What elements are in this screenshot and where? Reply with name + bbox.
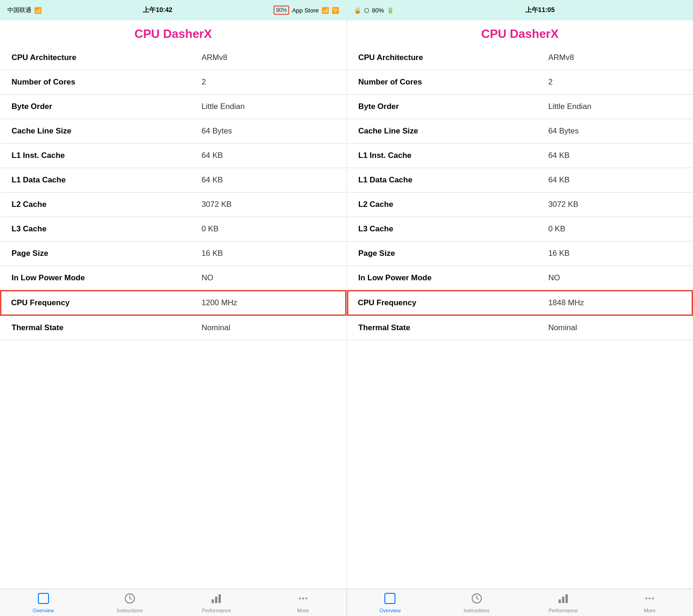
wifi-icon-2: 🛜 [332,7,339,14]
svg-point-5 [302,598,304,599]
tab-performance-right[interactable]: Performance [520,589,606,616]
table-row: Number of Cores2 [0,70,346,95]
row-value: 16 KB [537,242,693,266]
row-label: CPU Frequency [0,290,190,315]
row-label: Cache Line Size [0,119,190,144]
table-row: Byte OrderLittle Endian [347,95,693,119]
row-label: L3 Cache [347,217,537,242]
row-value: 0 KB [537,217,693,242]
tab-more-left[interactable]: More [260,589,346,616]
tab-label: Overview [33,608,54,613]
row-label: Thermal State [347,315,537,340]
info-table-right: CPU ArchitectureARMv8Number of Cores2Byt… [347,46,693,340]
row-value: 64 KB [190,144,346,168]
table-row: In Low Power ModeNO [0,266,346,291]
table-row: Byte OrderLittle Endian [0,95,346,119]
table-row: L1 Inst. Cache64 KB [347,144,693,168]
row-label: L1 Data Cache [0,168,190,193]
status-right-info: 90% App Store 📶 🛜 [274,6,339,15]
row-label: Page Size [0,242,190,266]
status-bar-right-device: 🔒 ⬡ 80% 🔋 上午11:05 [346,0,693,20]
tab-label: Overview [379,608,401,613]
row-value: 16 KB [190,242,346,266]
left-panel: CPU DasherX CPU ArchitectureARMv8Number … [0,20,347,589]
svg-point-11 [645,598,647,599]
tab-more-right[interactable]: More [607,589,693,616]
status-bars: 中国联通 📶 上午10:42 90% App Store 📶 🛜 🔒 ⬡ 80%… [0,0,693,20]
tab-instructions-right[interactable]: Instructions [433,589,520,616]
bars-icon [558,593,569,606]
row-label: Number of Cores [347,70,537,95]
phone-icon [38,593,49,606]
svg-rect-9 [562,597,564,603]
row-value: 2 [537,70,693,95]
table-row: L1 Inst. Cache64 KB [0,144,346,168]
time-right: 上午11:05 [525,6,555,14]
row-label: Byte Order [347,95,537,119]
lock-icon: 🔒 [354,7,361,14]
wifi-icon: 📶 [34,7,42,14]
table-row: CPU ArchitectureARMv8 [0,46,346,70]
svg-rect-3 [219,594,221,603]
row-label: CPU Architecture [0,46,190,70]
row-label: Byte Order [0,95,190,119]
tab-overview-right[interactable]: Overview [347,589,433,616]
clock-icon [124,593,135,606]
main-content: CPU DasherX CPU ArchitectureARMv8Number … [0,20,693,589]
table-row: In Low Power ModeNO [347,266,693,291]
row-label: CPU Architecture [347,46,537,70]
row-value: 1848 MHz [537,290,693,315]
table-row: Cache Line Size64 Bytes [347,119,693,144]
bluetooth-icon: ⬡ [364,7,369,14]
table-row: Page Size16 KB [0,242,346,266]
time-left: 上午10:42 [143,6,172,14]
row-value: 0 KB [190,217,346,242]
row-value: 64 KB [537,168,693,193]
tab-label: Instructions [463,608,489,613]
tab-label: Performance [202,608,231,613]
row-label: In Low Power Mode [347,266,537,291]
row-label: L1 Data Cache [347,168,537,193]
clock-icon [471,593,482,606]
row-value: ARMv8 [537,46,693,70]
table-row: CPU Frequency1848 MHz [347,290,693,315]
row-value: 64 KB [190,168,346,193]
row-value: 3072 KB [537,193,693,217]
table-row: L3 Cache0 KB [0,217,346,242]
more-icon [644,593,655,606]
svg-point-6 [305,598,307,599]
svg-point-12 [649,598,650,599]
row-value: NO [537,266,693,291]
row-value: 3072 KB [190,193,346,217]
phone-icon [384,593,395,606]
signal-icon: 📶 [322,7,329,14]
info-table-left: CPU ArchitectureARMv8Number of Cores2Byt… [0,46,346,340]
row-label: L1 Inst. Cache [0,144,190,168]
app-title-right: CPU DasherX [347,20,693,46]
table-row: Thermal StateNominal [0,315,346,340]
row-label: L2 Cache [0,193,190,217]
tab-bar-right: Overview Instructions Performance More [347,589,693,616]
row-value: NO [190,266,346,291]
tab-overview-left[interactable]: Overview [0,589,86,616]
table-row: Thermal StateNominal [347,315,693,340]
bars-icon [211,593,222,606]
svg-rect-1 [212,599,214,603]
table-row: CPU ArchitectureARMv8 [347,46,693,70]
right-panel: CPU DasherX CPU ArchitectureARMv8Number … [347,20,693,589]
tab-performance-left[interactable]: Performance [173,589,260,616]
row-label: Thermal State [0,315,190,340]
table-row: Page Size16 KB [347,242,693,266]
row-label: Cache Line Size [347,119,537,144]
svg-point-13 [652,598,654,599]
table-row: Cache Line Size64 Bytes [0,119,346,144]
tab-label: Performance [548,608,578,613]
row-label: CPU Frequency [347,290,537,315]
battery-percent-right: 80% [372,7,384,14]
row-label: Number of Cores [0,70,190,95]
row-label: L3 Cache [0,217,190,242]
tab-bars: Overview Instructions Performance More O… [0,589,693,616]
row-label: In Low Power Mode [0,266,190,291]
tab-instructions-left[interactable]: Instructions [86,589,173,616]
row-value: 64 KB [537,144,693,168]
